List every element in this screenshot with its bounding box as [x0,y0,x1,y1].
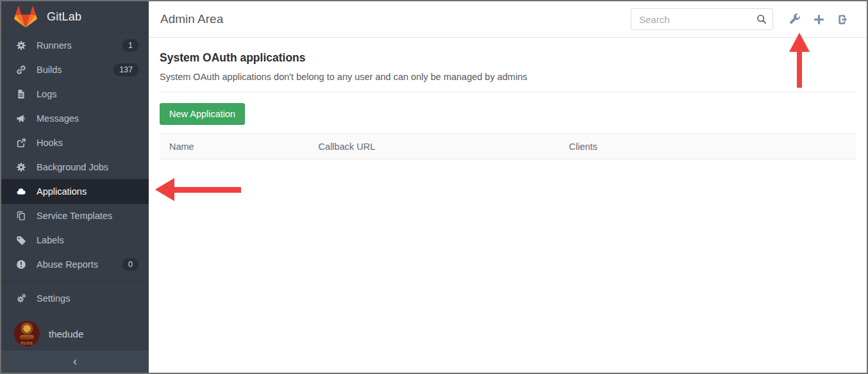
sidebar-item-label: Abuse Reports [37,259,98,270]
username-label: thedude [49,329,83,339]
chevron-left-icon: ‹ [73,355,77,368]
sidebar-item-settings[interactable]: Settings [1,286,149,311]
gears-icon [15,293,27,304]
applications-table: Name Callback URL Clients [160,133,856,159]
page-title: Admin Area [160,12,223,26]
sidebar-item-labels[interactable]: Labels [1,228,149,252]
sidebar-item-applications[interactable]: Applications [1,179,149,204]
gear-icon [15,40,27,51]
search-icon [756,13,767,25]
section-heading: System OAuth applications [160,51,856,65]
top-navbar: Admin Area [149,1,867,38]
main-area: Admin Area [149,1,867,373]
column-header-name: Name [160,142,319,152]
sidebar-divider [1,282,149,282]
section-divider [160,92,856,92]
link-icon [15,65,27,75]
sidebar-item-label: Settings [37,293,70,304]
table-header-row: Name Callback URL Clients [160,133,856,159]
external-link-icon [15,138,27,148]
sidebar-item-builds[interactable]: Builds 137 [1,58,149,82]
sidebar-item-label: Messages [37,113,79,124]
sidebar-item-service-templates[interactable]: Service Templates [1,204,149,228]
window: GitLab Runners 1 Builds 137 Logs [0,0,868,374]
count-badge: 1 [122,39,138,53]
copy-icon [15,211,27,221]
gitlab-logo-text: GitLab [47,10,81,24]
gitlab-home-link[interactable]: GitLab [1,1,149,33]
sign-out-icon [837,13,849,26]
sidebar-item-label: Builds [37,65,62,75]
bullhorn-icon [15,113,27,124]
sidebar-item-logs[interactable]: Logs [1,82,149,106]
sidebar-user-profile[interactable]: dude thedude [1,320,149,348]
new-application-button[interactable]: New Application [160,103,245,125]
count-badge: 0 [122,258,138,272]
sidebar-item-background-jobs[interactable]: Background Jobs [1,155,149,179]
sidebar-item-label: Hooks [37,138,63,148]
gitlab-tanuki-logo-icon [14,6,37,28]
sidebar-item-label: Background Jobs [37,162,108,172]
count-badge: 137 [113,63,138,77]
sign-out-button[interactable] [831,8,855,30]
admin-sidebar: GitLab Runners 1 Builds 137 Logs [1,1,149,373]
gear-icon [15,162,27,172]
column-header-callback-url: Callback URL [319,142,569,152]
sidebar-item-label: Applications [37,186,87,197]
file-icon [15,89,27,99]
sidebar-item-label: Logs [37,89,56,99]
column-header-clients: Clients [569,142,856,152]
admin-wrench-button[interactable] [782,8,806,30]
search-input[interactable] [631,8,773,30]
wrench-icon [789,13,801,26]
tag-icon [15,235,27,245]
oauth-applications-section: System OAuth applications System OAuth a… [149,51,867,159]
sidebar-item-label: Runners [37,40,72,51]
sidebar-item-label: Labels [37,235,64,245]
sidebar-item-hooks[interactable]: Hooks [1,131,149,155]
cloud-icon [15,186,27,197]
plus-icon [813,13,825,26]
sidebar-item-label: Service Templates [37,211,112,221]
sidebar-item-abuse-reports[interactable]: Abuse Reports 0 [1,252,149,277]
sidebar-collapse-toggle[interactable]: ‹ [1,350,149,373]
new-project-plus-button[interactable] [806,8,831,30]
sidebar-item-messages[interactable]: Messages [1,106,149,131]
avatar: dude [14,321,40,346]
exclamation-circle-icon [15,259,27,270]
section-description: System OAuth applications don't belong t… [160,72,856,82]
sidebar-item-runners[interactable]: Runners 1 [1,33,149,58]
